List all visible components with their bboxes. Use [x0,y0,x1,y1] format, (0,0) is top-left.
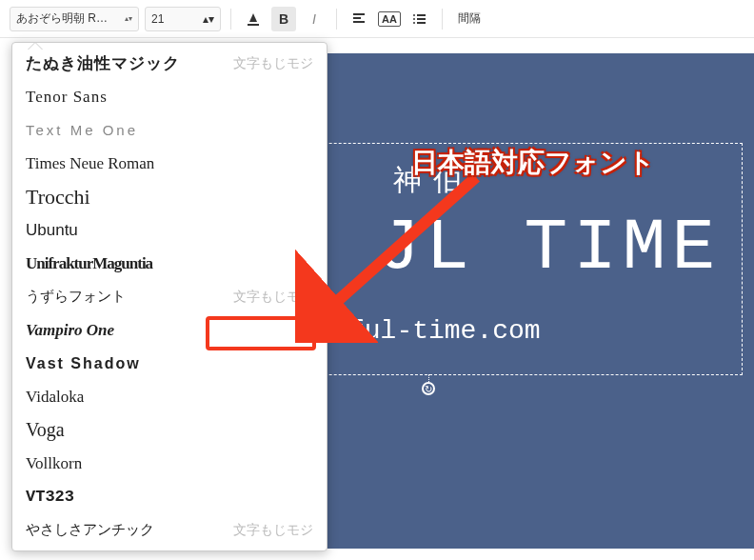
font-option[interactable]: Vidaloka [12,380,327,413]
font-family-select[interactable]: あおぞら明朝 R… ▴▾ [10,7,139,31]
list-icon [412,11,427,27]
font-option[interactable]: Text Me One [12,113,327,147]
separator [442,9,443,30]
spacing-button[interactable]: 間隔 [452,10,486,27]
rotate-handle[interactable]: ↻ [422,382,435,395]
font-option-name: Tenor Sans [26,88,108,107]
font-option-name: Voga [26,419,65,441]
font-option-name: VT323 [26,488,74,506]
font-color-button[interactable] [241,7,266,31]
italic-button[interactable]: I [302,7,327,31]
font-option[interactable]: UnifrakturMaguntia [12,247,327,280]
separator [336,9,337,30]
font-option-name: Vollkorn [26,454,82,473]
bold-button[interactable]: B [271,7,296,31]
svg-point-1 [413,14,415,16]
font-option-name: Times Neue Roman [26,154,154,173]
align-button[interactable] [347,7,371,31]
svg-line-4 [314,177,476,322]
toolbar: あおぞら明朝 R… ▴▾ 21 ▴▾ B I AA 間隔 [0,0,754,38]
font-option-sample: 文字もじモジ [233,55,313,72]
font-option[interactable]: Vollkorn [12,447,327,480]
rotate-stem [428,374,429,382]
font-option-sample: 文字もじモジ [233,522,313,539]
font-family-value: あおぞら明朝 R… [16,10,108,27]
font-option[interactable]: うずらフォント文字もじモジ [12,280,327,313]
align-icon [351,11,367,27]
font-option-name: うずらフォント [26,288,126,306]
annotation-label: 日本語対応フォント [411,145,655,181]
list-button[interactable] [407,7,432,31]
separator [230,9,231,30]
font-option[interactable]: やさしさアンチック文字もじモジ [12,513,327,547]
font-option-name: Vampiro One [26,321,114,340]
font-option-name: UnifrakturMaguntia [26,254,152,273]
chevron-updown-icon: ▴▾ [203,12,214,26]
font-option-name: Text Me One [26,122,138,138]
text-case-button[interactable]: AA [377,7,402,31]
font-option-name: Trocchi [26,185,90,210]
font-option[interactable]: VT323 [12,480,327,513]
svg-rect-0 [248,24,259,26]
text-case-icon: AA [378,11,401,27]
font-option-name: たぬき油性マジック [26,52,180,74]
font-option-name: Vast Shadow [26,355,141,372]
font-option[interactable]: たぬき油性マジック文字もじモジ [12,47,327,80]
font-dropdown: たぬき油性マジック文字もじモジTenor SansText Me OneTime… [11,42,327,551]
font-option-name: Ubuntu [26,221,78,240]
font-option[interactable]: Tenor Sans [12,80,327,113]
font-option[interactable]: Ubuntu [12,213,327,247]
font-option[interactable]: Trocchi [12,180,327,213]
chevron-updown-icon: ▴▾ [125,14,132,23]
annotation-arrow [295,171,486,343]
font-option-name: Vidaloka [26,388,84,407]
font-color-icon [246,11,261,27]
font-size-select[interactable]: 21 ▴▾ [145,7,221,31]
font-option[interactable]: Times Neue Roman [12,147,327,180]
font-option-name: やさしさアンチック [26,521,154,539]
font-size-value: 21 [151,12,164,26]
svg-point-3 [413,22,415,24]
svg-point-2 [413,18,415,20]
font-option[interactable]: Vast Shadow [12,347,327,380]
font-option[interactable]: Voga [12,413,327,447]
